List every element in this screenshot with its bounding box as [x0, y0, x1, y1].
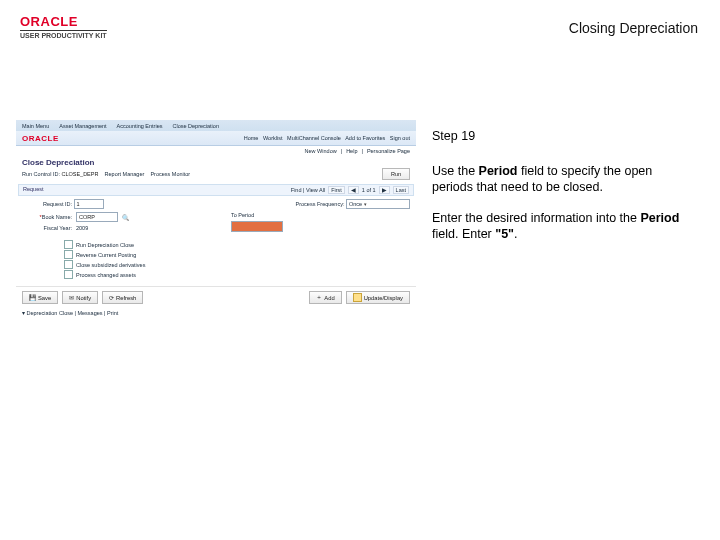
link-report-manager[interactable]: Report Manager: [105, 171, 145, 177]
tab-asset-mgmt[interactable]: Asset Management: [59, 123, 106, 129]
bottom-toolbar: 💾Save ✉Notify ⟳Refresh ＋Add Update/Displ…: [16, 286, 416, 308]
run-control-label: Run Control ID:: [22, 171, 60, 177]
oracle-logo: ORACLE: [20, 14, 107, 29]
pager-next-icon[interactable]: ▶: [379, 186, 390, 194]
link-worklist[interactable]: Worklist: [263, 135, 282, 141]
app-screenshot: Main Menu Asset Management Accounting En…: [16, 120, 416, 380]
add-button[interactable]: ＋Add: [309, 291, 341, 304]
pager-pos: 1 of 1: [362, 187, 376, 193]
checkbox-icon[interactable]: [64, 240, 73, 249]
doc-header: ORACLE USER PRODUCTIVITY KIT Closing Dep…: [16, 14, 704, 56]
to-period-label: To Period: [231, 212, 254, 218]
notify-button[interactable]: ✉Notify: [62, 291, 98, 304]
process-freq-label: Process Frequency:: [296, 201, 345, 207]
tab-main-menu[interactable]: Main Menu: [22, 123, 49, 129]
pager-first[interactable]: First: [328, 186, 345, 194]
option-process-changed[interactable]: Process changed assets: [64, 270, 410, 279]
checkbox-icon[interactable]: [64, 250, 73, 259]
section-title: Request: [23, 186, 44, 194]
app-page-title: Close Depreciation: [16, 156, 416, 167]
options-block: Run Depreciation Close Reverse Current P…: [16, 237, 416, 282]
breadcrumb-tabs: Main Menu Asset Management Accounting En…: [16, 120, 416, 131]
link-home[interactable]: Home: [244, 135, 259, 141]
link-favorites[interactable]: Add to Favorites: [345, 135, 385, 141]
fiscal-year-label: Fiscal Year:: [22, 225, 72, 231]
link-help[interactable]: Help: [346, 148, 357, 154]
update-display-button[interactable]: Update/Display: [346, 291, 410, 304]
pager-last[interactable]: Last: [393, 186, 409, 194]
run-button[interactable]: Run: [382, 168, 410, 180]
book-input[interactable]: CORP: [76, 212, 118, 222]
request-id-label: Request ID:: [22, 201, 72, 207]
notify-icon: ✉: [69, 294, 74, 301]
chevron-down-icon: ▾: [364, 200, 367, 208]
run-control-value: CLOSE_DEPR: [61, 171, 98, 177]
section-request: Request Find | View All First ◀ 1 of 1 ▶…: [18, 184, 414, 196]
option-close-sub-deriv[interactable]: Close subsidized derivatives: [64, 260, 410, 269]
save-button[interactable]: 💾Save: [22, 291, 58, 304]
book-label: **Book Name:Book Name:: [22, 214, 72, 220]
checkbox-icon[interactable]: [64, 260, 73, 269]
process-freq-select[interactable]: Once▾: [346, 199, 410, 209]
fiscal-year-value: 2009: [76, 225, 88, 231]
app-header-links: Home Worklist MultiChannel Console Add t…: [244, 135, 410, 141]
link-process-monitor[interactable]: Process Monitor: [150, 171, 190, 177]
save-icon: 💾: [29, 294, 36, 301]
link-signout[interactable]: Sign out: [390, 135, 410, 141]
request-id-input[interactable]: 1: [74, 199, 104, 209]
logo-block: ORACLE USER PRODUCTIVITY KIT: [20, 14, 107, 39]
upk-label: USER PRODUCTIVITY KIT: [20, 30, 107, 39]
page-title: Closing Depreciation: [569, 20, 698, 36]
refresh-icon: ⟳: [109, 294, 114, 301]
app-oracle-logo: ORACLE: [22, 134, 59, 143]
instruction-line-2: Enter the desired information into the P…: [432, 210, 692, 243]
tab-close-depr[interactable]: Close Depreciation: [172, 123, 218, 129]
section-pager: Find | View All First ◀ 1 of 1 ▶ Last: [291, 186, 409, 194]
step-label: Step 19: [432, 128, 692, 145]
pager-find[interactable]: Find | View All: [291, 187, 325, 193]
tab-accounting-entries[interactable]: Accounting Entries: [117, 123, 163, 129]
checkbox-icon[interactable]: [64, 270, 73, 279]
app-footer-links: ▾ Depreciation Close | Messages | Print: [16, 308, 416, 318]
update-icon: [353, 293, 362, 302]
add-icon: ＋: [316, 293, 322, 302]
link-new-window[interactable]: New Window: [305, 148, 337, 154]
lookup-icon[interactable]: 🔍: [122, 214, 129, 221]
instruction-panel: Step 19 Use the Period field to specify …: [432, 128, 692, 257]
instruction-line-1: Use the Period field to specify the open…: [432, 163, 692, 196]
option-run-depr-close[interactable]: Run Depreciation Close: [64, 240, 410, 249]
period-input[interactable]: [231, 221, 283, 232]
app-brandbar: ORACLE Home Worklist MultiChannel Consol…: [16, 131, 416, 146]
link-mcc[interactable]: MultiChannel Console: [287, 135, 341, 141]
app-meta-links: New Window | Help | Personalize Page: [16, 146, 416, 156]
pager-prev-icon[interactable]: ◀: [348, 186, 359, 194]
form-area: Request ID: 1 Process Frequency: Once▾ *…: [16, 197, 416, 237]
option-reverse-posting[interactable]: Reverse Current Posting: [64, 250, 410, 259]
link-personalize[interactable]: Personalize Page: [367, 148, 410, 154]
refresh-button[interactable]: ⟳Refresh: [102, 291, 143, 304]
